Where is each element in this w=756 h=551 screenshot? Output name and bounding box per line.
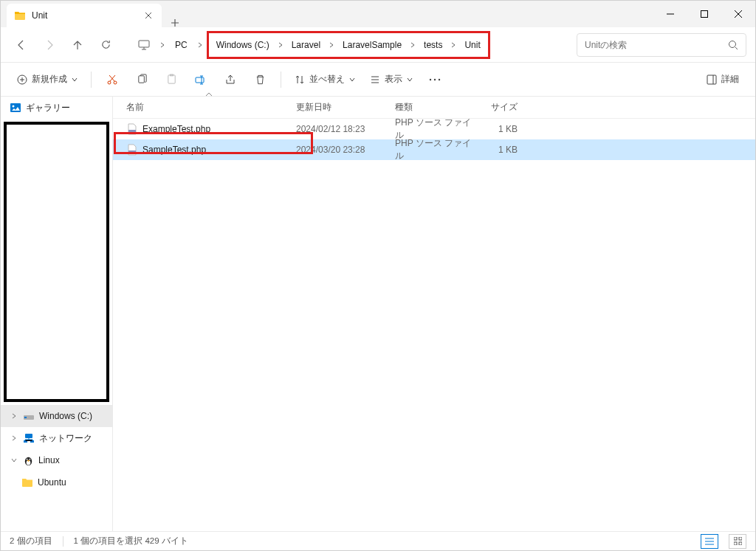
close-icon — [735, 10, 742, 18]
file-row[interactable]: SampleTest.php 2024/03/20 23:28 PHP ソース … — [113, 139, 755, 160]
gallery-icon — [10, 102, 21, 114]
toolbar: 新規作成 並べ替え 表示 詳細 — [1, 63, 755, 97]
svg-point-24 — [27, 458, 28, 460]
chevron-down-icon — [349, 77, 355, 83]
sidebar-gallery[interactable]: ギャラリー — [1, 97, 112, 119]
sidebar-label: Ubuntu — [38, 477, 66, 488]
sort-label: 並べ替え — [309, 73, 345, 86]
view-button[interactable]: 表示 — [364, 68, 419, 91]
svg-rect-9 — [196, 77, 204, 83]
breadcrumb-pc[interactable]: PC — [169, 35, 193, 55]
search-icon — [728, 40, 738, 50]
breadcrumb[interactable]: PC Windows (C:) Laravel LaravelSample te… — [128, 32, 565, 58]
breadcrumb-item[interactable]: Laravel — [286, 35, 326, 55]
chevron-right-icon[interactable] — [326, 42, 337, 48]
svg-rect-13 — [707, 75, 716, 84]
breadcrumb-highlight: Windows (C:) Laravel LaravelSample tests… — [207, 31, 490, 59]
svg-point-15 — [13, 105, 15, 108]
sort-button[interactable]: 並べ替え — [289, 68, 361, 91]
new-tab-button[interactable] — [162, 18, 188, 27]
col-date[interactable]: 更新日時 — [296, 101, 395, 114]
chevron-right-icon[interactable] — [408, 42, 418, 48]
breadcrumb-item[interactable]: LaravelSample — [337, 35, 408, 55]
maximize-button[interactable] — [687, 1, 721, 27]
search-box[interactable] — [577, 33, 746, 57]
sidebar-label: Windows (C:) — [39, 411, 92, 421]
grid-icon — [734, 537, 742, 545]
breadcrumb-home[interactable] — [132, 35, 156, 55]
chevron-right-icon[interactable] — [195, 42, 205, 48]
close-icon — [145, 12, 152, 19]
sort-icon — [295, 74, 305, 85]
svg-point-4 — [108, 81, 111, 84]
col-type[interactable]: 種類 — [395, 101, 473, 114]
sidebar-windows-c[interactable]: Windows (C:) — [1, 405, 112, 427]
chevron-right-icon[interactable] — [448, 42, 458, 48]
delete-button[interactable] — [247, 68, 273, 91]
view-icon — [370, 74, 380, 85]
rename-button[interactable] — [188, 68, 214, 91]
col-name[interactable]: 名前 — [126, 101, 296, 114]
col-size[interactable]: サイズ — [473, 101, 525, 114]
trash-icon — [255, 74, 266, 86]
breadcrumb-item[interactable]: tests — [418, 35, 448, 55]
view-label: 表示 — [385, 73, 402, 86]
tabs: Unit — [1, 1, 188, 27]
chevron-right-icon[interactable] — [10, 435, 18, 441]
file-date: 2024/03/20 23:28 — [296, 145, 395, 155]
svg-rect-29 — [739, 542, 742, 545]
share-icon — [224, 74, 236, 86]
view-list-button[interactable] — [701, 534, 718, 549]
svg-rect-7 — [168, 75, 174, 83]
new-button[interactable]: 新規作成 — [11, 68, 83, 91]
search-input[interactable] — [585, 40, 728, 50]
minimize-button[interactable] — [653, 1, 687, 27]
chevron-right-icon[interactable] — [275, 42, 286, 48]
file-date: 2024/02/12 18:23 — [296, 124, 395, 134]
cut-button[interactable] — [99, 68, 126, 91]
details-label: 詳細 — [721, 73, 739, 86]
file-panel: 名前 更新日時 種類 サイズ ExampleTest.php 2024/02/1… — [113, 97, 755, 531]
arrow-up-icon — [72, 39, 83, 51]
sidebar-linux[interactable]: Linux — [1, 449, 112, 471]
list-icon — [705, 538, 714, 545]
chevron-down-icon[interactable] — [10, 457, 18, 463]
sidebar-network[interactable]: ネットワーク — [1, 427, 112, 449]
file-row[interactable]: ExampleTest.php 2024/02/12 18:23 PHP ソース… — [113, 119, 755, 139]
forward-button[interactable] — [38, 33, 61, 57]
maximize-icon — [701, 10, 708, 18]
close-button[interactable] — [721, 1, 755, 27]
view-grid-button[interactable] — [729, 534, 746, 549]
back-button[interactable] — [10, 33, 33, 57]
sidebar-ubuntu[interactable]: Ubuntu — [1, 471, 112, 493]
plus-circle-icon — [17, 74, 27, 85]
breadcrumb-item[interactable]: Windows (C:) — [210, 35, 275, 55]
breadcrumb-item[interactable]: Unit — [458, 35, 486, 55]
paste-button[interactable] — [158, 68, 185, 91]
paste-icon — [166, 74, 177, 85]
chevron-right-icon[interactable] — [157, 42, 168, 48]
share-button[interactable] — [217, 68, 244, 91]
sidebar-label: ギャラリー — [26, 102, 70, 114]
svg-rect-6 — [138, 76, 144, 83]
tab-unit[interactable]: Unit — [7, 4, 162, 27]
more-button[interactable] — [422, 68, 448, 91]
more-icon — [429, 78, 441, 81]
cut-icon — [106, 74, 118, 86]
tab-close-button[interactable] — [142, 10, 154, 21]
php-file-icon — [126, 144, 138, 156]
svg-point-10 — [430, 78, 431, 80]
svg-point-25 — [29, 458, 30, 460]
folder-icon — [21, 477, 33, 488]
details-button[interactable]: 詳細 — [701, 68, 745, 91]
column-headers: 名前 更新日時 種類 サイズ — [113, 97, 755, 119]
up-button[interactable] — [66, 33, 89, 57]
file-name: ExampleTest.php — [142, 124, 210, 134]
sidebar-label: Linux — [38, 455, 60, 465]
chevron-right-icon[interactable] — [10, 413, 18, 419]
copy-button[interactable] — [128, 68, 155, 91]
file-type: PHP ソース ファイル — [395, 137, 473, 162]
status-count: 2 個の項目 — [10, 536, 52, 547]
sidebar-redacted — [4, 122, 109, 402]
refresh-button[interactable] — [94, 33, 117, 57]
